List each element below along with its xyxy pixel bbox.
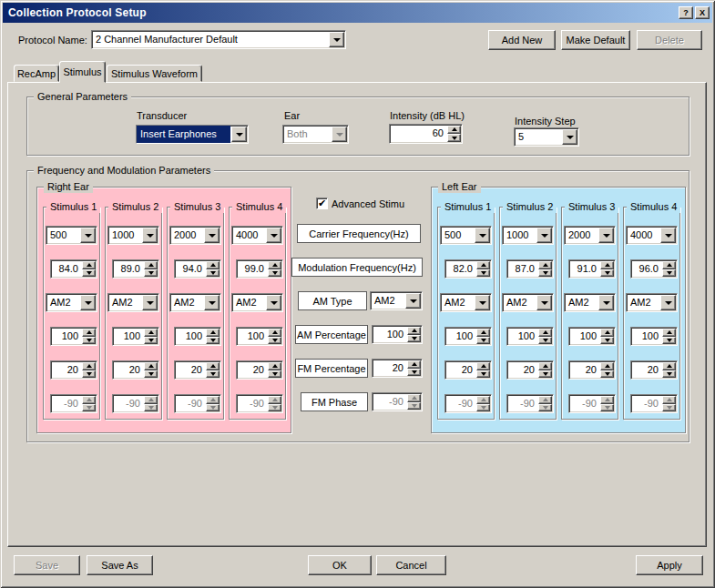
spin-down-icon[interactable]: [144, 404, 158, 412]
fm-percentage-spinner[interactable]: 20: [506, 360, 554, 380]
am-percentage-spinner[interactable]: 100: [112, 327, 159, 346]
spin-down-icon[interactable]: [476, 337, 490, 345]
spin-down-icon[interactable]: [538, 404, 552, 412]
carrier-frequency-select[interactable]: 2000: [564, 226, 616, 245]
chevron-down-icon[interactable]: [332, 127, 347, 142]
fm-phase-spinner[interactable]: -90: [50, 394, 97, 413]
chevron-down-icon[interactable]: [204, 228, 220, 243]
chevron-down-icon[interactable]: [598, 295, 614, 310]
chevron-down-icon[interactable]: [536, 295, 552, 310]
tab-stimulus-waveform[interactable]: Stimulus Waveform: [107, 65, 202, 82]
chevron-down-icon[interactable]: [80, 295, 96, 310]
save-as-button[interactable]: Save As: [87, 555, 153, 575]
am-type-select[interactable]: AM2: [46, 293, 97, 312]
protocol-name-select[interactable]: 2 Channel Manufacturer Default: [91, 30, 346, 49]
spin-up-icon[interactable]: [600, 329, 614, 337]
tab-stimulus[interactable]: Stimulus: [59, 61, 106, 83]
add-new-button[interactable]: Add New: [488, 30, 556, 50]
spin-up-icon[interactable]: [662, 261, 676, 269]
spin-down-icon[interactable]: [662, 337, 676, 345]
title-bar[interactable]: Collection Protocol Setup: [3, 3, 712, 23]
spin-down-icon[interactable]: [447, 134, 461, 142]
chevron-down-icon[interactable]: [475, 295, 490, 310]
fm-phase-center-spinner[interactable]: -90: [372, 392, 423, 411]
intensity-step-select[interactable]: 5: [514, 127, 579, 147]
chevron-down-icon[interactable]: [329, 32, 344, 47]
chevron-down-icon[interactable]: [266, 228, 281, 243]
am-type-select[interactable]: AM2: [564, 293, 616, 312]
spin-up-icon[interactable]: [268, 396, 281, 404]
spin-down-icon[interactable]: [600, 337, 614, 345]
spin-down-icon[interactable]: [206, 370, 220, 379]
spin-up-icon[interactable]: [407, 327, 421, 335]
fm-percentage-spinner[interactable]: 20: [174, 360, 221, 380]
spin-up-icon[interactable]: [268, 362, 281, 370]
chevron-down-icon[interactable]: [660, 228, 676, 243]
spin-up-icon[interactable]: [206, 261, 220, 269]
spin-down-icon[interactable]: [600, 269, 614, 278]
spin-up-icon[interactable]: [82, 362, 96, 370]
fm-phase-spinner[interactable]: -90: [444, 394, 492, 413]
spin-down-icon[interactable]: [268, 404, 281, 412]
spin-down-icon[interactable]: [82, 337, 96, 345]
spin-up-icon[interactable]: [476, 261, 490, 269]
chevron-down-icon[interactable]: [562, 129, 577, 145]
spin-up-icon[interactable]: [662, 362, 676, 370]
cancel-button[interactable]: Cancel: [376, 555, 446, 575]
spin-down-icon[interactable]: [144, 370, 158, 379]
modulation-frequency-spinner[interactable]: 89.0: [112, 259, 159, 279]
spin-up-icon[interactable]: [600, 261, 614, 269]
chevron-down-icon[interactable]: [142, 295, 158, 310]
carrier-frequency-select[interactable]: 4000: [626, 226, 678, 245]
spin-up-icon[interactable]: [82, 261, 96, 269]
modulation-frequency-spinner[interactable]: 82.0: [444, 259, 492, 279]
am-percentage-spinner[interactable]: 100: [174, 327, 221, 346]
close-button[interactable]: X: [695, 6, 710, 19]
spin-up-icon[interactable]: [662, 329, 676, 337]
fm-percentage-spinner[interactable]: 20: [236, 360, 283, 380]
spin-down-icon[interactable]: [600, 404, 614, 412]
spin-up-icon[interactable]: [600, 396, 614, 404]
spin-down-icon[interactable]: [476, 269, 490, 278]
fm-phase-spinner[interactable]: -90: [112, 394, 159, 413]
fm-phase-spinner[interactable]: -90: [506, 394, 554, 413]
am-percentage-spinner[interactable]: 100: [506, 327, 554, 346]
fm-phase-spinner[interactable]: -90: [568, 394, 616, 413]
am-percentage-center-spinner[interactable]: 100: [372, 325, 423, 344]
spin-down-icon[interactable]: [662, 370, 676, 379]
modulation-frequency-spinner[interactable]: 87.0: [506, 259, 554, 279]
make-default-button[interactable]: Make Default: [561, 30, 630, 50]
tab-recamp[interactable]: RecAmp: [14, 65, 59, 82]
am-percentage-spinner[interactable]: 100: [568, 327, 616, 346]
spin-down-icon[interactable]: [268, 337, 281, 345]
am-type-select[interactable]: AM2: [440, 293, 492, 312]
spin-down-icon[interactable]: [268, 269, 281, 278]
fm-phase-spinner[interactable]: -90: [174, 394, 221, 413]
fm-percentage-spinner[interactable]: 20: [568, 360, 616, 380]
spin-up-icon[interactable]: [538, 362, 552, 370]
fm-percentage-spinner[interactable]: 20: [444, 360, 492, 380]
chevron-down-icon[interactable]: [266, 295, 281, 310]
spin-up-icon[interactable]: [476, 396, 490, 404]
am-type-select[interactable]: AM2: [107, 293, 159, 312]
am-type-center-select[interactable]: AM2: [370, 291, 423, 310]
apply-button[interactable]: Apply: [636, 555, 703, 575]
spin-up-icon[interactable]: [476, 362, 490, 370]
modulation-frequency-spinner[interactable]: 91.0: [568, 259, 616, 279]
spin-down-icon[interactable]: [538, 370, 552, 379]
am-percentage-spinner[interactable]: 100: [444, 327, 492, 346]
spin-down-icon[interactable]: [144, 269, 158, 278]
chevron-down-icon[interactable]: [475, 228, 490, 243]
carrier-frequency-select[interactable]: 500: [46, 226, 97, 245]
spin-up-icon[interactable]: [144, 362, 158, 370]
am-percentage-spinner[interactable]: 100: [50, 327, 97, 346]
spin-up-icon[interactable]: [538, 329, 552, 337]
spin-down-icon[interactable]: [407, 369, 421, 377]
fm-percentage-spinner[interactable]: 20: [50, 360, 97, 380]
carrier-frequency-select[interactable]: 1000: [502, 226, 554, 245]
am-type-select[interactable]: AM2: [231, 293, 283, 312]
advanced-stim-checkbox[interactable]: ✔ Advanced Stimu: [316, 198, 406, 209]
spin-down-icon[interactable]: [82, 404, 96, 412]
spin-down-icon[interactable]: [82, 370, 96, 379]
am-percentage-spinner[interactable]: 100: [236, 327, 283, 346]
